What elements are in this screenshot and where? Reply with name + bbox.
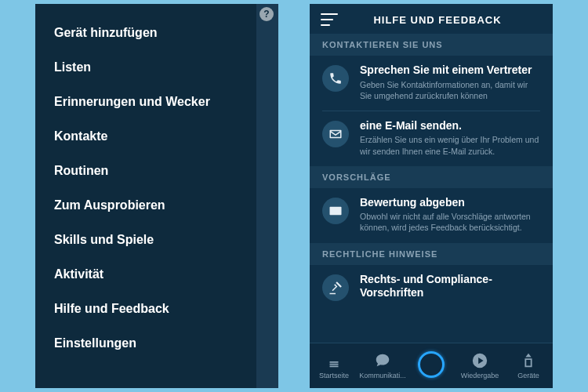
tab-bar: Startseite Kommunikati... Wiedergabe Ger… — [310, 343, 553, 388]
sidebar-item-try[interactable]: Zum Ausprobieren — [54, 198, 263, 212]
sidebar-item-activity[interactable]: Aktivität — [54, 267, 263, 281]
page-title: HILFE UND FEEDBACK — [333, 14, 542, 26]
row-desc: Erzählen Sie uns ein wenig über Ihr Prob… — [360, 134, 540, 156]
sidebar-item-reminders[interactable]: Erinnerungen und Wecker — [54, 95, 263, 109]
section-suggestions: VORSCHLÄGE — [310, 166, 553, 188]
tab-label: Startseite — [319, 372, 349, 379]
tab-alexa[interactable] — [407, 351, 456, 381]
row-title: Rechts- und Compliance-Vorschriften — [360, 273, 540, 300]
tab-label: Kommunikati... — [359, 372, 406, 379]
tab-label: Geräte — [517, 372, 539, 379]
tab-label: Wiedergabe — [461, 372, 499, 379]
sidebar-item-contacts[interactable]: Kontakte — [54, 129, 263, 143]
play-icon — [471, 352, 488, 369]
row-desc: Geben Sie Kontaktinformationen an, damit… — [360, 79, 540, 101]
header: HILFE UND FEEDBACK — [310, 4, 553, 34]
sidebar-item-help[interactable]: Hilfe und Feedback — [54, 302, 263, 316]
envelope-icon — [322, 121, 349, 147]
sidebar-item-settings[interactable]: Einstellungen — [54, 336, 263, 350]
row-rate[interactable]: Bewertung abgeben Obwohl wir nicht auf a… — [310, 188, 553, 243]
row-title: Sprechen Sie mit einem Vertreter — [360, 64, 540, 78]
sidebar-item-skills[interactable]: Skills und Spiele — [54, 233, 263, 247]
chat-icon — [374, 352, 391, 369]
sidebar-item-add-device[interactable]: Gerät hinzufügen — [54, 26, 263, 40]
row-desc: Obwohl wir nicht auf alle Vorschläge ant… — [360, 211, 540, 233]
background-strip — [256, 4, 278, 388]
devices-icon — [520, 352, 537, 369]
tab-communication[interactable]: Kommunikati... — [358, 352, 407, 379]
content-area: KONTAKTIEREN SIE UNS Sprechen Sie mit ei… — [310, 34, 553, 343]
section-contact-us: KONTAKTIEREN SIE UNS — [310, 34, 553, 56]
sidebar-item-routines[interactable]: Routinen — [54, 164, 263, 178]
home-icon — [325, 352, 343, 369]
gavel-icon — [322, 274, 349, 301]
tab-home[interactable]: Startseite — [310, 352, 358, 379]
help-icon[interactable]: ? — [260, 7, 274, 21]
row-title: eine E-Mail senden. — [360, 119, 540, 133]
row-legal[interactable]: Rechts- und Compliance-Vorschriften — [310, 265, 553, 310]
sidebar-menu: Gerät hinzufügen Listen Erinnerungen und… — [35, 4, 278, 350]
row-title: Bewertung abgeben — [360, 196, 540, 210]
tab-play[interactable]: Wiedergabe — [456, 352, 504, 379]
phone-icon — [322, 65, 349, 92]
feedback-icon — [322, 198, 349, 224]
tab-devices[interactable]: Geräte — [504, 352, 553, 379]
row-send-email[interactable]: eine E-Mail senden. Erzählen Sie uns ein… — [310, 111, 553, 166]
sidebar-item-lists[interactable]: Listen — [54, 60, 263, 74]
sidebar-panel: ? Gerät hinzufügen Listen Erinnerungen u… — [35, 4, 278, 388]
row-speak-representative[interactable]: Sprechen Sie mit einem Vertreter Geben S… — [310, 56, 553, 111]
alexa-ring-icon — [418, 351, 445, 378]
help-screen: HILFE UND FEEDBACK KONTAKTIEREN SIE UNS … — [310, 4, 553, 388]
section-legal: RECHTLICHE HINWEISE — [310, 243, 553, 265]
